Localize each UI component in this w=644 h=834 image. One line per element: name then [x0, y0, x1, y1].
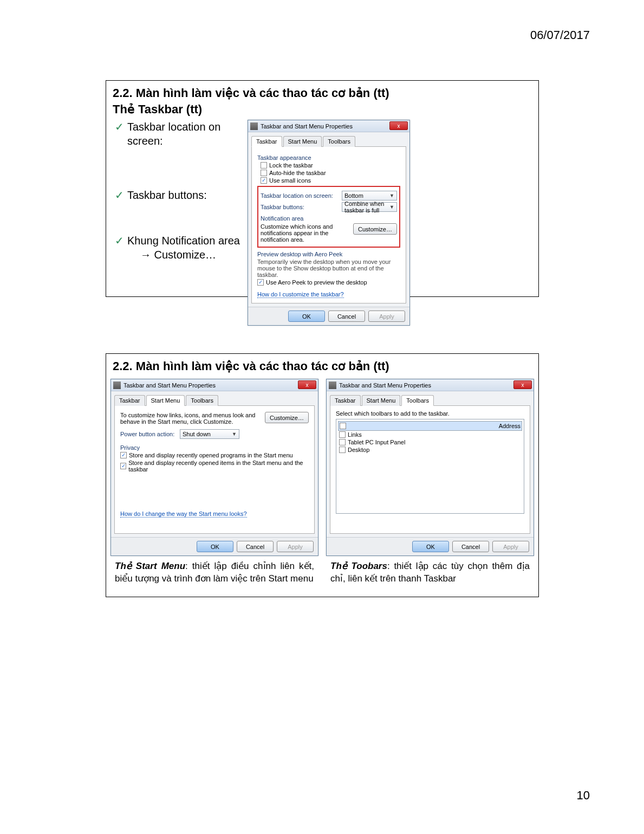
label-lock: Lock the taskbar [269, 162, 313, 169]
checkbox-desktop[interactable] [339, 447, 346, 453]
toolbars-properties-dialog: Taskbar and Start Menu Properties x Task… [326, 379, 534, 556]
notification-text: Customize which icons and notifications … [261, 223, 350, 243]
bullet-text: Khung Notification area [127, 235, 240, 247]
label-privacy-1: Store and display recently opened progra… [129, 452, 293, 458]
checkbox-address[interactable] [340, 423, 346, 429]
tab-start-menu[interactable]: Start Menu [146, 395, 185, 406]
window-icon [329, 382, 336, 389]
select-location[interactable]: Bottom ▼ [342, 191, 397, 201]
close-button[interactable]: x [389, 121, 408, 130]
select-power[interactable]: Shut down ▼ [180, 429, 239, 439]
label-power: Power button action: [120, 431, 180, 437]
dialog-title: Taskbar and Start Menu Properties [339, 382, 431, 389]
appearance-heading: Taskbar appearance [257, 154, 400, 161]
window-icon [113, 382, 121, 389]
checkbox-tablet[interactable] [339, 439, 346, 445]
apply-button[interactable]: Apply [277, 541, 314, 552]
caption-em: Thẻ Start Menu [115, 561, 185, 571]
checkmark-icon: ✓ [115, 120, 124, 148]
label-privacy-2: Store and display recently opened items … [128, 460, 309, 473]
peek-heading: Preview desktop with Aero Peek [257, 251, 400, 257]
customize-button[interactable]: Customize… [265, 412, 309, 423]
peek-text: Temporarily view the desktop when you mo… [257, 258, 400, 278]
label-autohide: Auto-hide the taskbar [269, 170, 326, 176]
notification-heading: Notification area [261, 215, 397, 222]
slide-1-bullets: ✓ Taskbar location on screen: ✓ Taskbar … [109, 120, 248, 326]
caption-toolbars: Thẻ Toobars: thiết lập các tùy chọn thêm… [326, 556, 534, 589]
close-button[interactable]: x [298, 380, 316, 389]
bullet-text: Taskbar location on screen: [127, 120, 248, 148]
caption-em: Thẻ Toobars [330, 561, 387, 571]
privacy-heading: Privacy [120, 444, 309, 451]
caret-icon: ▼ [389, 193, 394, 198]
item-address: Address [499, 423, 521, 429]
tab-toolbars[interactable]: Toolbars [323, 136, 355, 147]
apply-button[interactable]: Apply [368, 311, 405, 322]
tab-taskbar[interactable]: Taskbar [330, 395, 361, 406]
label-small-icons: Use small icons [269, 177, 311, 184]
label-location: Taskbar location on screen: [261, 192, 342, 199]
cancel-button[interactable]: Cancel [237, 541, 274, 552]
tab-taskbar[interactable]: Taskbar [114, 395, 145, 406]
help-link[interactable]: How do I customize the taskbar? [257, 291, 344, 298]
checkbox-privacy-2[interactable] [120, 463, 126, 469]
apply-button[interactable]: Apply [492, 541, 529, 552]
tab-start-menu[interactable]: Start Menu [283, 136, 322, 147]
ok-button[interactable]: OK [197, 541, 233, 552]
customize-button[interactable]: Customize… [353, 223, 397, 235]
label-buttons: Taskbar buttons: [261, 204, 342, 210]
close-button[interactable]: x [513, 380, 532, 389]
slide-1-subtitle: Thẻ Taskbar (tt) [106, 102, 538, 120]
ok-button[interactable]: OK [288, 311, 325, 322]
select-buttons[interactable]: Combine when taskbar is full ▼ [342, 202, 397, 212]
select-power-value: Shut down [183, 431, 211, 437]
toolbars-listbox[interactable]: Address Links Tablet PC Input Panel Desk… [336, 419, 524, 514]
caret-icon: ▼ [389, 204, 394, 210]
checkbox-lock[interactable] [261, 162, 267, 169]
caption-start-menu: Thẻ Start Menu: thiết lập điều chỉnh liê… [110, 556, 318, 589]
highlighted-section: Taskbar location on screen: Bottom ▼ Tas… [257, 186, 400, 248]
intro-text: Select which toolbars to add to the task… [336, 410, 524, 417]
checkbox-small-icons[interactable] [261, 177, 267, 184]
checkmark-icon: ✓ [115, 234, 124, 262]
checkbox-privacy-1[interactable] [120, 452, 127, 458]
start-menu-properties-dialog: Taskbar and Start Menu Properties x Task… [110, 379, 318, 556]
cancel-button[interactable]: Cancel [452, 541, 489, 552]
page-date: 06/07/2017 [530, 28, 590, 42]
tab-toolbars[interactable]: Toolbars [401, 395, 434, 406]
tab-toolbars[interactable]: Toolbars [186, 395, 218, 406]
select-location-value: Bottom [344, 192, 363, 199]
bullet-sub: → Customize… [127, 249, 216, 261]
slide-1-title: 2.2. Màn hình làm việc và các thao tác c… [106, 81, 538, 102]
cancel-button[interactable]: Cancel [328, 311, 365, 322]
checkbox-autohide[interactable] [261, 170, 267, 176]
select-buttons-value: Combine when taskbar is full [344, 201, 389, 214]
bullet-text: Taskbar buttons: [127, 188, 207, 202]
checkbox-links[interactable] [339, 431, 346, 438]
slide-2: 2.2. Màn hình làm việc và các thao tác c… [106, 353, 539, 597]
dialog-title: Taskbar and Start Menu Properties [123, 382, 216, 389]
item-links: Links [348, 431, 362, 438]
taskbar-properties-dialog: Taskbar and Start Menu Properties x Task… [248, 120, 410, 326]
window-icon [250, 122, 258, 130]
label-peek: Use Aero Peek to preview the desktop [266, 279, 367, 286]
dialog-title: Taskbar and Start Menu Properties [261, 123, 353, 130]
slide-2-title: 2.2. Màn hình làm việc và các thao tác c… [106, 354, 538, 376]
tab-start-menu[interactable]: Start Menu [362, 395, 401, 406]
page-number: 10 [577, 788, 590, 803]
help-link[interactable]: How do I change the way the Start menu l… [120, 510, 247, 518]
caret-icon: ▼ [232, 431, 237, 437]
ok-button[interactable]: OK [412, 541, 449, 552]
intro-text: To customize how links, icons, and menus… [120, 412, 262, 425]
item-tablet: Tablet PC Input Panel [348, 439, 405, 445]
checkbox-peek[interactable] [257, 279, 264, 286]
checkmark-icon: ✓ [115, 188, 124, 202]
tab-taskbar[interactable]: Taskbar [251, 136, 282, 147]
slide-1: 2.2. Màn hình làm việc và các thao tác c… [106, 80, 539, 297]
item-desktop: Desktop [348, 447, 369, 453]
